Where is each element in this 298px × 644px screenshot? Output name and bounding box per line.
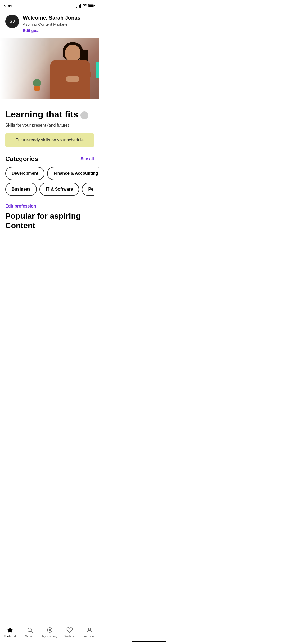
plant-pot	[34, 86, 40, 91]
category-business[interactable]: Business	[5, 183, 37, 196]
see-all-link[interactable]: See all	[80, 157, 94, 161]
hero-image	[0, 38, 99, 99]
learning-title: Learning that fits	[5, 109, 78, 119]
status-time: 9:41	[4, 4, 12, 8]
hero-person	[46, 42, 94, 99]
hero-teal-stripe	[96, 62, 99, 78]
person-head	[65, 45, 81, 62]
popular-title: Popular for aspiring Content	[5, 211, 94, 230]
plant-leaves	[33, 79, 41, 87]
person-hands	[66, 76, 79, 82]
avatar-initials: SJ	[10, 19, 15, 24]
category-finance[interactable]: Finance & Accounting	[47, 167, 99, 180]
cta-button[interactable]: Future-ready skills on your schedule	[5, 133, 94, 147]
edit-goal-link[interactable]: Edit goal	[23, 28, 94, 33]
signal-icon	[76, 4, 81, 8]
categories-title: Categories	[5, 155, 38, 163]
category-development[interactable]: Development	[5, 167, 44, 180]
user-header: SJ Welcome, Sarah Jonas Aspiring Content…	[0, 10, 99, 38]
learning-subtitle: Skills for your present (and future)	[5, 123, 94, 128]
categories-row-2: Business IT & Software Persona	[5, 183, 94, 196]
welcome-text: Welcome, Sarah Jonas	[23, 15, 94, 21]
categories-row-1: Development Finance & Accounting	[5, 167, 94, 180]
category-it-software[interactable]: IT & Software	[39, 183, 79, 196]
user-info: Welcome, Sarah Jonas Aspiring Content Ma…	[23, 15, 94, 33]
wifi-icon	[83, 4, 87, 8]
svg-rect-1	[94, 5, 95, 6]
status-bar: 9:41	[0, 0, 99, 10]
learning-section: Learning that fits Skills for your prese…	[5, 109, 94, 128]
avatar: SJ	[5, 15, 19, 28]
svg-rect-2	[89, 4, 94, 7]
decorative-plant	[32, 78, 42, 91]
edit-profession-link[interactable]: Edit profession	[5, 204, 94, 209]
person-arms	[81, 71, 91, 78]
user-role: Aspiring Content Marketer	[23, 22, 94, 27]
battery-icon	[88, 4, 95, 8]
category-persona[interactable]: Persona	[82, 183, 94, 196]
status-icons	[76, 4, 95, 8]
categories-header: Categories See all	[5, 155, 94, 163]
carousel-dot	[80, 111, 88, 119]
